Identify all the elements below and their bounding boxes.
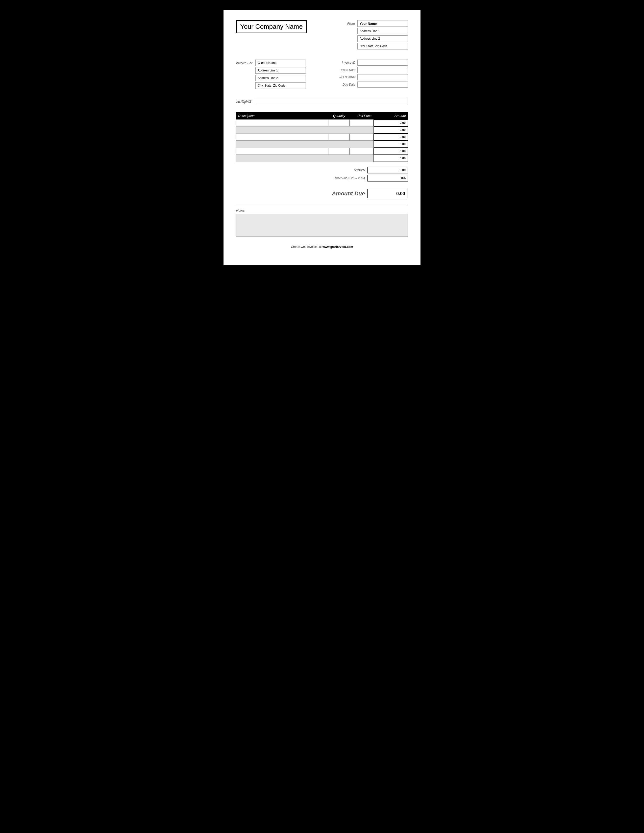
footer: Create web invoices at www.getHarvest.co… bbox=[236, 245, 408, 249]
footer-text: Create web invoices at bbox=[291, 245, 322, 249]
row-4-description[interactable] bbox=[236, 148, 329, 155]
row-0-amount: 0.00 bbox=[374, 119, 408, 127]
row-4-amount: 0.00 bbox=[374, 148, 408, 155]
notes-textarea[interactable] bbox=[236, 214, 408, 236]
row-3-quantity[interactable] bbox=[329, 141, 349, 148]
from-address2-field[interactable] bbox=[357, 35, 408, 42]
from-city-field[interactable] bbox=[357, 43, 408, 50]
issue-date-input[interactable] bbox=[357, 67, 408, 73]
invoice-id-label: Invoice ID bbox=[335, 61, 355, 64]
subject-label: Subject bbox=[236, 99, 251, 104]
row-4-quantity[interactable] bbox=[329, 148, 349, 155]
row-1-amount: 0.00 bbox=[374, 127, 408, 133]
issue-date-row: Issue Date bbox=[335, 67, 408, 73]
row-2-amount: 0.00 bbox=[374, 133, 408, 141]
row-5-description[interactable] bbox=[236, 155, 329, 162]
invoice-meta-block: Invoice ID Issue Date PO Number Due Date bbox=[335, 60, 408, 89]
client-city-field[interactable] bbox=[255, 82, 306, 89]
row-1-unit-price[interactable] bbox=[349, 127, 374, 133]
due-date-input[interactable] bbox=[357, 82, 408, 88]
client-address1-field[interactable] bbox=[255, 67, 306, 74]
col-header-amount: Amount bbox=[374, 112, 408, 119]
row-3-description[interactable] bbox=[236, 141, 329, 148]
from-label: From bbox=[347, 22, 355, 26]
row-1-quantity[interactable] bbox=[329, 127, 349, 133]
invoice-for-label: Invoice For bbox=[236, 61, 252, 65]
due-date-row: Due Date bbox=[335, 82, 408, 88]
invoice-id-row: Invoice ID bbox=[335, 60, 408, 66]
row-5-quantity[interactable] bbox=[329, 155, 349, 162]
client-address2-field[interactable] bbox=[255, 75, 306, 81]
subject-section: Subject bbox=[236, 98, 408, 105]
row-3-unit-price[interactable] bbox=[349, 141, 374, 148]
row-2-description[interactable] bbox=[236, 133, 329, 141]
notes-divider bbox=[236, 206, 408, 206]
col-header-description: Description bbox=[236, 112, 329, 119]
amount-due-section: Amount Due 0.00 bbox=[236, 189, 408, 198]
subtotal-row: Subtotal 0.00 bbox=[325, 167, 408, 174]
po-number-input[interactable] bbox=[357, 74, 408, 80]
header-section: Your Company Name From bbox=[236, 20, 408, 50]
row-0-unit-price[interactable] bbox=[349, 119, 374, 127]
invoice-for-fields bbox=[255, 60, 306, 89]
amount-due-label: Amount Due bbox=[332, 190, 365, 197]
po-number-row: PO Number bbox=[335, 74, 408, 80]
row-1-description[interactable] bbox=[236, 127, 329, 133]
from-name-field[interactable] bbox=[357, 20, 408, 27]
discount-value[interactable]: 0% bbox=[367, 175, 408, 182]
mid-section: Invoice For Invoice ID Issue Date PO Num… bbox=[236, 60, 408, 89]
discount-label: Discount (0.25 = 25%) bbox=[325, 177, 365, 180]
row-5-unit-price[interactable] bbox=[349, 155, 374, 162]
invoice-id-input[interactable] bbox=[357, 60, 408, 66]
row-4-unit-price[interactable] bbox=[349, 148, 374, 155]
row-0-description[interactable] bbox=[236, 119, 329, 127]
col-header-quantity: Quantity bbox=[329, 112, 349, 119]
invoice-for-block: Invoice For bbox=[236, 60, 306, 89]
from-fields bbox=[357, 20, 408, 50]
discount-row: Discount (0.25 = 25%) 0% bbox=[325, 175, 408, 182]
line-items-table: Description Quantity Unit Price Amount 0… bbox=[236, 112, 408, 162]
client-name-field[interactable] bbox=[255, 60, 306, 66]
issue-date-label: Issue Date bbox=[335, 68, 355, 72]
company-name[interactable]: Your Company Name bbox=[236, 20, 307, 33]
row-2-unit-price[interactable] bbox=[349, 133, 374, 141]
invoice-page: Your Company Name From Invoice For In bbox=[224, 10, 420, 265]
subtotal-value: 0.00 bbox=[367, 167, 408, 174]
amount-due-value: 0.00 bbox=[367, 189, 408, 198]
row-2-quantity[interactable] bbox=[329, 133, 349, 141]
subject-input[interactable] bbox=[255, 98, 408, 105]
totals-section: Subtotal 0.00 Discount (0.25 = 25%) 0% bbox=[236, 167, 408, 182]
from-section: From bbox=[347, 20, 408, 50]
footer-link[interactable]: www.getHarvest.com bbox=[322, 245, 353, 249]
po-number-label: PO Number bbox=[335, 76, 355, 79]
row-5-amount: 0.00 bbox=[374, 155, 408, 162]
from-address1-field[interactable] bbox=[357, 28, 408, 34]
row-3-amount: 0.00 bbox=[374, 141, 408, 148]
col-header-unit-price: Unit Price bbox=[349, 112, 374, 119]
subtotal-label: Subtotal bbox=[325, 168, 365, 172]
notes-label: Notes bbox=[236, 209, 408, 212]
row-0-quantity[interactable] bbox=[329, 119, 349, 127]
due-date-label: Due Date bbox=[335, 83, 355, 86]
